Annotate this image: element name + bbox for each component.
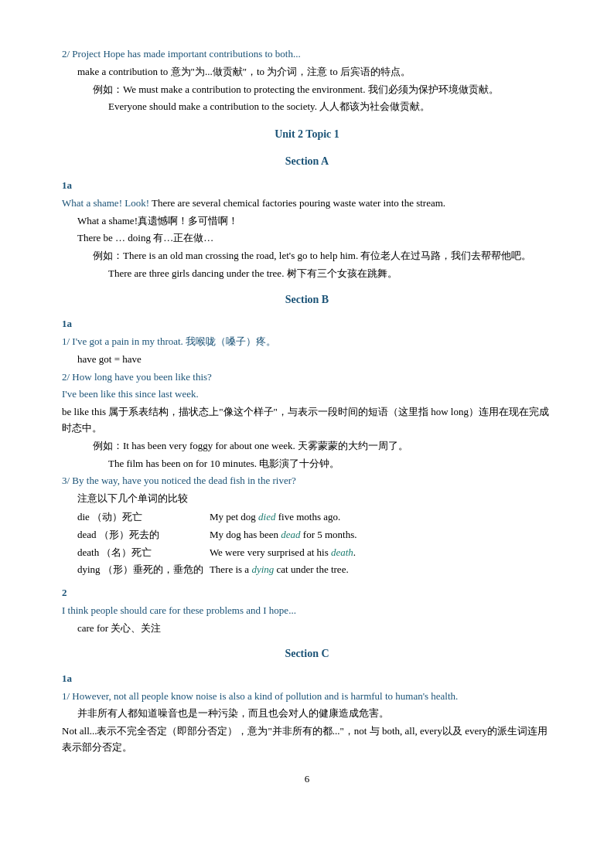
- section2-header: 2/ Project Hope has made important contr…: [62, 46, 552, 63]
- sb-2-ans: I've been like this since last week.: [62, 386, 552, 403]
- s1a-note1-text: What a shame!真遗憾啊！多可惜啊！: [77, 215, 238, 226]
- section2-ex2: Everyone should make a contribution to t…: [108, 99, 552, 115]
- table-cell-col2: We were very surprised at his death.: [210, 544, 363, 562]
- table-cell-col1: dead （形）死去的: [77, 526, 210, 544]
- table-cell-col2: There is a dying cat under the tree.: [210, 561, 363, 579]
- table-row: dying （形）垂死的，垂危的 There is a dying cat un…: [77, 561, 363, 579]
- s1a-ex1: 例如：There is an old man crossing the road…: [93, 248, 552, 264]
- s1a-prefix: What a shame! Look!: [62, 197, 152, 209]
- sc-line1: 1/ However, not all people know noise is…: [62, 689, 552, 705]
- table-cell-col1: die （动）死亡: [77, 509, 210, 526]
- s1a-there: There are several chemical factories pou…: [152, 197, 445, 209]
- sb-label2: 2: [62, 585, 552, 601]
- s1a-note1: What a shame!真遗憾啊！多可惜啊！: [77, 213, 552, 230]
- table-cell-col1: death （名）死亡: [77, 544, 210, 562]
- sc-1-note1: Not all...表示不完全否定（即部分否定），意为"并非所有的都..."，n…: [62, 723, 552, 756]
- s1a-note2: There be … doing 有…正在做…: [77, 230, 552, 247]
- section-b-title: Section B: [62, 291, 552, 308]
- sb-2-ex2: The film has been on for 10 minutes. 电影演…: [108, 456, 552, 472]
- sb-2-text1: I think people should care for these pro…: [62, 603, 552, 619]
- table-cell-col2: My dog has been dead for 5 months.: [210, 526, 363, 544]
- table-row: dead （形）死去的 My dog has been dead for 5 m…: [77, 526, 363, 544]
- sb-2-ex1: 例如：It has been very foggy for about one …: [93, 438, 552, 454]
- s1a-line1: What a shame! Look! There are several ch…: [62, 196, 552, 212]
- sb-3-note: 注意以下几个单词的比较: [77, 491, 552, 507]
- sb-line3: 3/ By the way, have you noticed the dead…: [62, 473, 552, 489]
- section-c-title: Section C: [62, 645, 552, 662]
- sb-1-note: have got = have: [77, 352, 552, 368]
- section2-ex1: 例如：We must make a contribution to protec…: [93, 82, 552, 98]
- section2-note: make a contribution to 意为"为...做贡献"，to 为介…: [77, 64, 552, 80]
- sb-2-note1: be like this 属于系表结构，描状态上"像这个样子"，与表示一段时间的…: [62, 404, 552, 437]
- sb-2-text2: care for 关心、关注: [77, 621, 552, 637]
- table-cell-col2: My pet dog died five moths ago.: [210, 509, 363, 526]
- sb-line1: 1/ I've got a pain in my throat. 我喉咙（嗓子）…: [62, 334, 552, 350]
- label-1a-sectionC: 1a: [62, 671, 552, 687]
- page-number: 6: [62, 771, 552, 788]
- table-cell-col1: dying （形）垂死的，垂危的: [77, 561, 210, 579]
- page-content: 2/ Project Hope has made important contr…: [62, 46, 552, 788]
- word-comparison-table: die （动）死亡 My pet dog died five moths ago…: [77, 509, 363, 579]
- label-1a-sectionB: 1a: [62, 316, 552, 332]
- sb-line2: 2/ How long have you been like this?: [62, 369, 552, 386]
- sc-1-cn: 并非所有人都知道噪音也是一种污染，而且也会对人的健康造成危害。: [77, 706, 552, 722]
- table-row: die （动）死亡 My pet dog died five moths ago…: [77, 509, 363, 526]
- table-row: death （名）死亡 We were very surprised at hi…: [77, 544, 363, 562]
- label-1a-sectionA: 1a: [62, 178, 552, 194]
- section-a-title: Section A: [62, 153, 552, 170]
- unit-title: Unit 2 Topic 1: [62, 126, 552, 143]
- s1a-ex2: There are three girls dancing under the …: [108, 266, 552, 282]
